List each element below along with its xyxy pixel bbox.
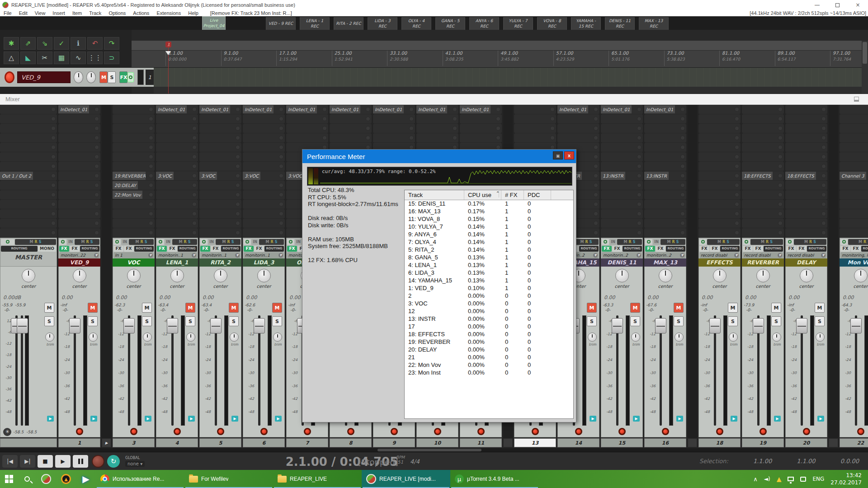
slot-knob[interactable] [192, 230, 197, 235]
slot-knob[interactable] [149, 145, 153, 150]
slot-knob[interactable] [735, 155, 739, 159]
mixer-slot[interactable] [698, 181, 741, 190]
pan-knob[interactable] [659, 269, 672, 282]
send-label[interactable]: 22:Mon Vov [113, 191, 142, 199]
snap-button[interactable]: ⊃ [104, 52, 119, 64]
slot-knob[interactable] [637, 192, 642, 197]
table-row[interactable]: 22: Mon Vov0.00%00 [405, 361, 573, 369]
mixer-slot[interactable] [460, 133, 502, 143]
mixer-slot[interactable] [514, 114, 556, 124]
env-play-icon[interactable]: ▶ [188, 416, 195, 422]
mixer-slot[interactable] [601, 228, 643, 238]
volume-icon[interactable]: ◄) [764, 476, 770, 482]
menu-actions[interactable]: Actions [129, 10, 153, 16]
pan-knob[interactable] [22, 269, 35, 282]
record-arm-icon[interactable] [5, 71, 14, 83]
slot-knob[interactable] [496, 107, 500, 112]
slot-knob[interactable] [637, 107, 642, 112]
slot-knob[interactable] [637, 117, 642, 121]
mixer-strip-collapsed[interactable] [688, 105, 697, 447]
volume-value[interactable]: 0.00 [745, 295, 756, 300]
mixer-slot[interactable] [601, 152, 643, 162]
slot-knob[interactable] [735, 192, 739, 197]
envelope-button[interactable]: ◣ [20, 52, 36, 64]
mixer-slot[interactable] [156, 114, 198, 124]
mixer-slot[interactable] [460, 124, 502, 133]
search-button[interactable] [18, 470, 36, 488]
slot-knob[interactable] [409, 136, 414, 140]
slot-knob[interactable] [192, 136, 197, 140]
send-label[interactable]: Out 1 / Out 2 [0, 172, 33, 180]
slot-knob[interactable] [51, 107, 56, 112]
pan-knob[interactable] [86, 71, 96, 83]
table-row[interactable]: 3: VOC0.00%00 [405, 300, 573, 308]
record-mode-dropdown[interactable]: monitorin..1▼ [200, 252, 241, 258]
routing-button[interactable]: ROUTING [861, 246, 868, 252]
mute-button[interactable]: M [771, 303, 781, 313]
fx-power-button[interactable] [645, 239, 652, 245]
mixer-slot[interactable] [243, 152, 285, 162]
table-row[interactable]: 23: Mon Inst0.00%00 [405, 369, 573, 377]
slot-knob[interactable] [236, 155, 240, 159]
slot-knob[interactable] [366, 117, 370, 121]
strip-number[interactable]: 16 [644, 438, 686, 447]
mixer-slot[interactable] [156, 228, 198, 238]
slot-knob[interactable] [735, 145, 739, 150]
mixer-slot[interactable] [601, 190, 643, 200]
input-badge[interactable]: IN [295, 239, 302, 245]
mixer-slot[interactable] [742, 190, 784, 200]
slot-knob[interactable] [192, 202, 197, 206]
mixer-slot[interactable] [199, 181, 241, 190]
volume-value[interactable]: 0.00dB [3, 295, 21, 300]
slot-knob[interactable] [637, 136, 642, 140]
mixer-slot[interactable] [698, 152, 741, 162]
mixer-slot[interactable] [742, 200, 784, 209]
slot-knob[interactable] [778, 136, 783, 140]
slot-knob[interactable] [409, 126, 414, 131]
mute-button[interactable]: M [229, 303, 239, 313]
table-row[interactable]: 1: VED_90.10%10 [405, 285, 573, 292]
mixer-slot[interactable] [840, 133, 868, 143]
slot-knob[interactable] [279, 230, 283, 235]
record-arm-icon[interactable] [477, 428, 485, 435]
slot-knob[interactable] [94, 174, 99, 178]
record-arm-icon[interactable] [618, 428, 626, 435]
routing-button[interactable]: ROUTING [807, 246, 826, 252]
input-badge[interactable]: IN [208, 239, 215, 245]
solo-button[interactable]: S [674, 316, 684, 326]
mixer-slot[interactable] [601, 209, 643, 219]
mixer-slot[interactable] [601, 133, 643, 143]
solo-button[interactable]: S [815, 316, 825, 326]
mixer-slot[interactable] [644, 209, 686, 219]
slot-knob[interactable] [637, 126, 642, 131]
slot-knob[interactable] [778, 174, 783, 178]
table-row[interactable]: 19: REVERBER0.00%00 [405, 338, 573, 346]
slot-knob[interactable] [279, 221, 283, 225]
slot-knob[interactable] [821, 126, 826, 131]
pan-knob[interactable] [854, 269, 868, 282]
mixer-slot[interactable] [514, 124, 556, 133]
table-row[interactable]: 210.00%00 [405, 354, 573, 361]
fx-power-button[interactable] [743, 239, 750, 245]
mixer-slot[interactable] [58, 209, 100, 219]
mixer-slot[interactable] [113, 143, 155, 152]
mute-button[interactable]: M [142, 303, 152, 313]
trim-knob[interactable] [45, 333, 54, 342]
mixer-slot[interactable]: InDetect_01 [460, 105, 502, 114]
menu-options[interactable]: Options [105, 10, 129, 16]
slot-knob[interactable] [735, 174, 739, 178]
slot-knob[interactable] [236, 174, 240, 178]
env-play-icon[interactable]: ▶ [275, 416, 282, 422]
slot-knob[interactable] [821, 117, 826, 121]
slot-knob[interactable] [778, 230, 783, 235]
trim-knob[interactable] [675, 333, 684, 342]
fx-button[interactable]: FX [699, 246, 709, 252]
mute-button[interactable]: M [88, 303, 98, 313]
mixer-slot[interactable] [199, 162, 241, 171]
redo-button[interactable]: ↷ [104, 37, 119, 50]
record-mode-dropdown[interactable]: monitorin..2▼ [645, 252, 685, 258]
record-arm-icon[interactable] [662, 428, 669, 435]
mixer-slot[interactable] [840, 114, 868, 124]
record-mode-dropdown[interactable]: monitoring, i▼ [840, 252, 868, 258]
mixer-slot[interactable] [840, 152, 868, 162]
